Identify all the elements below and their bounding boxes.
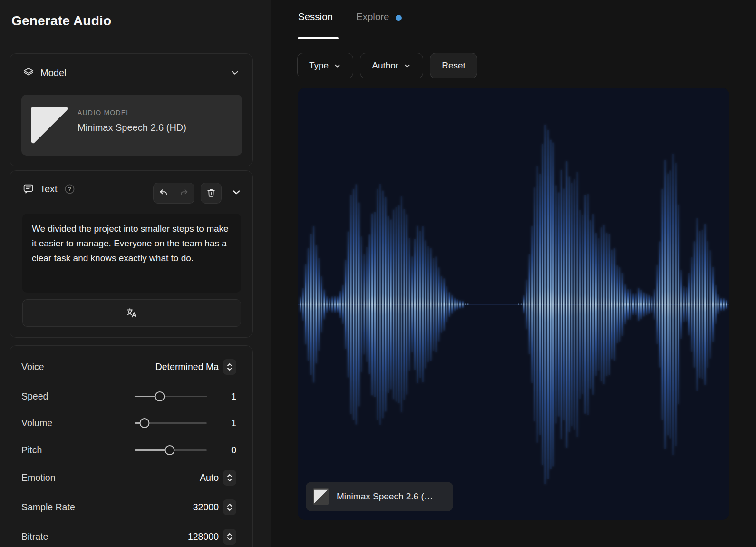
- param-label: Sample Rate: [21, 502, 75, 513]
- speed-value: 1: [231, 391, 236, 402]
- reset-filters-button[interactable]: Reset: [430, 53, 477, 78]
- param-label: Speed: [21, 391, 48, 402]
- param-label: Bitrate: [21, 531, 48, 542]
- chevron-down-icon[interactable]: [230, 68, 240, 78]
- bitrate-stepper[interactable]: [223, 529, 236, 545]
- param-row-voice: Voice Determined Ma: [21, 359, 242, 375]
- result-model-chip[interactable]: Minimax Speech 2.6 (…: [306, 482, 453, 511]
- model-logo-icon: [31, 107, 68, 144]
- voice-value[interactable]: Determined Ma: [155, 361, 219, 372]
- emotion-stepper[interactable]: [223, 470, 236, 486]
- param-row-bitrate: Bitrate 128000: [21, 528, 242, 545]
- reset-filters-label: Reset: [442, 60, 465, 71]
- voice-stepper[interactable]: [223, 359, 236, 375]
- selected-model-card[interactable]: AUDIO MODEL Minimax Speech 2.6 (HD): [21, 95, 242, 156]
- params-section: Voice Determined Ma Speed 1 Volume: [10, 345, 253, 547]
- translate-icon: [126, 307, 138, 319]
- results-panel: Session Explore Type Author Reset Minima…: [271, 0, 756, 547]
- redo-button[interactable]: [174, 183, 194, 203]
- text-section: Text ?: [10, 170, 253, 338]
- model-section-label: Model: [40, 68, 66, 78]
- model-kicker: AUDIO MODEL: [78, 109, 130, 117]
- sample-rate-stepper[interactable]: [223, 499, 236, 515]
- pitch-slider[interactable]: [135, 442, 207, 458]
- page-title: Generate Audio: [11, 13, 111, 29]
- generation-sidebar: Generate Audio Model AUDIO MODEL: [0, 0, 271, 547]
- pitch-value: 0: [231, 445, 236, 456]
- volume-value: 1: [231, 418, 236, 429]
- text-bubble-icon: [22, 183, 34, 195]
- delete-text-button[interactable]: [201, 183, 222, 204]
- text-section-label: Text: [40, 184, 58, 195]
- param-label: Voice: [21, 361, 44, 372]
- tab-session[interactable]: Session: [298, 11, 333, 22]
- model-name: Minimax Speech 2.6 (HD): [78, 122, 186, 133]
- slider-handle[interactable]: [155, 391, 165, 401]
- bitrate-value[interactable]: 128000: [188, 531, 219, 542]
- tab-explore[interactable]: Explore: [356, 11, 389, 22]
- slider-handle[interactable]: [165, 445, 175, 455]
- text-input[interactable]: We divided the project into smaller step…: [22, 214, 241, 293]
- param-row-pitch: Pitch 0: [21, 442, 242, 458]
- speed-slider[interactable]: [135, 388, 207, 404]
- undo-button[interactable]: [154, 183, 174, 203]
- param-label: Volume: [21, 418, 52, 429]
- svg-text:?: ?: [68, 186, 71, 192]
- undo-redo-group: [153, 183, 194, 204]
- type-filter-button[interactable]: Type: [297, 53, 353, 78]
- waveform-visualization: [298, 88, 729, 520]
- filter-bar: Type Author Reset: [297, 53, 477, 78]
- chevron-down-icon[interactable]: [231, 186, 242, 198]
- audio-result-item[interactable]: Minimax Speech 2.6 (…: [298, 88, 729, 520]
- param-row-sample-rate: Sample Rate 32000: [21, 499, 242, 515]
- translate-button[interactable]: [22, 299, 241, 327]
- param-row-emotion: Emotion Auto: [21, 469, 242, 486]
- chevron-down-icon: [333, 62, 341, 70]
- model-section: Model AUDIO MODEL Minimax Speech 2.6 (HD…: [10, 53, 253, 166]
- author-filter-button[interactable]: Author: [360, 53, 423, 78]
- param-row-speed: Speed 1: [21, 388, 242, 404]
- param-label: Emotion: [21, 472, 56, 483]
- type-filter-label: Type: [309, 60, 329, 71]
- chevron-down-icon: [403, 62, 411, 70]
- tabs-divider: [298, 39, 756, 39]
- sample-rate-value[interactable]: 32000: [193, 502, 219, 513]
- param-label: Pitch: [21, 445, 42, 456]
- author-filter-label: Author: [372, 60, 398, 71]
- param-row-volume: Volume 1: [21, 415, 242, 431]
- layers-icon: [22, 67, 35, 79]
- help-icon[interactable]: ?: [64, 184, 75, 195]
- emotion-value[interactable]: Auto: [200, 472, 219, 483]
- volume-slider[interactable]: [135, 415, 207, 431]
- slider-handle[interactable]: [140, 418, 150, 428]
- explore-notification-dot: [396, 15, 402, 21]
- model-logo-icon: [313, 488, 329, 505]
- result-model-label: Minimax Speech 2.6 (…: [337, 491, 433, 502]
